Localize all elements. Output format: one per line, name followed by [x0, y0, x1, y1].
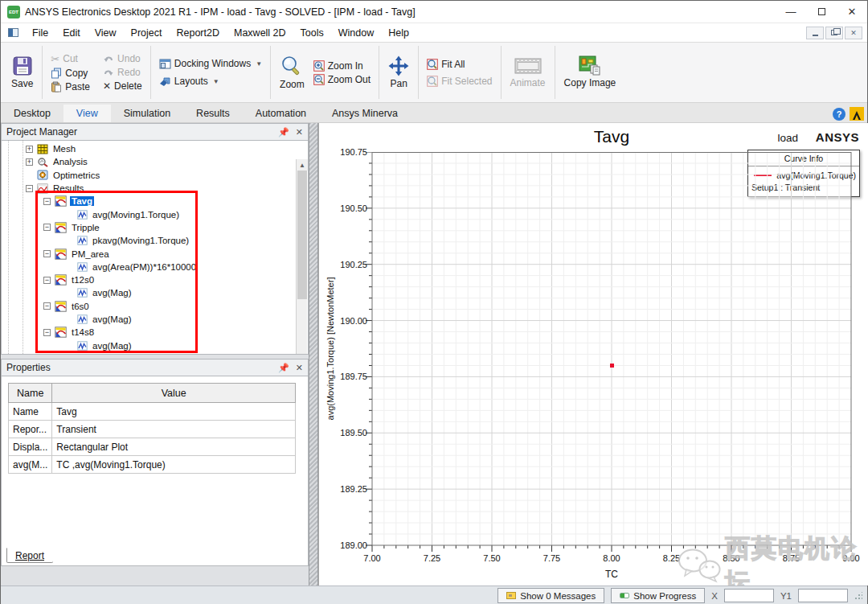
ansys-logo-icon[interactable]	[850, 107, 864, 121]
zoom-icon	[280, 55, 303, 77]
tree-item-mesh[interactable]: +Mesh	[2, 142, 295, 155]
tree-item-tavg[interactable]: −Tavg	[2, 195, 295, 207]
tree-item-avg-moving1-torque-[interactable]: avg(Moving1.Torque)	[2, 207, 295, 220]
tree-item-pkavg-moving1-torque-[interactable]: pkavg(Moving1.Torque)	[2, 234, 295, 247]
copy-image-button[interactable]: Copy Image	[561, 55, 620, 89]
menu-item-help[interactable]: Help	[381, 25, 416, 41]
title-bar: EDT ANSYS Electronics Desktop 2021 R1 - …	[1, 1, 867, 23]
tree-item-t6s0[interactable]: −t6s0	[2, 300, 295, 313]
close-button[interactable]: ✕	[837, 1, 867, 23]
scrollbar-thumb[interactable]	[297, 171, 307, 299]
cut-button[interactable]: ✂Cut	[48, 52, 92, 66]
tree-item-label: avg(Mag)	[91, 288, 133, 298]
x-coordinate-label: X	[711, 591, 718, 601]
mdi-minimize-button[interactable]	[806, 27, 824, 39]
report-plot-window[interactable]: Tavg load ANSYS Curve Info avg(Moving1.T…	[318, 123, 868, 586]
menu-item-window[interactable]: Window	[331, 25, 381, 41]
x-tick-label: 7.75	[534, 553, 570, 563]
tree-item-avg-mag-[interactable]: avg(Mag)	[2, 286, 295, 299]
scroll-up-icon[interactable]: ▲	[297, 159, 308, 171]
tree-item-avg-area-pm-16-10000[interactable]: avg(Area(PM))*16*10000	[2, 261, 295, 273]
menu-item-project[interactable]: Project	[124, 25, 170, 41]
show-progress-button[interactable]: Show Progress	[611, 588, 705, 603]
tree-item-label: t6s0	[70, 302, 91, 311]
expand-icon[interactable]: +	[26, 146, 33, 153]
undo-button[interactable]: Undo	[100, 52, 145, 65]
fit-selected-button[interactable]: Fit Selected	[424, 75, 494, 88]
trace-icon	[77, 288, 88, 298]
tree-item-t14s8[interactable]: −t14s8	[2, 326, 295, 339]
report-tab[interactable]: Report	[6, 548, 53, 563]
property-value-cell[interactable]: Tavg	[52, 403, 296, 421]
delete-button[interactable]: ✕Delete	[100, 80, 145, 92]
docking-windows-button[interactable]: Docking Windows▼	[157, 57, 264, 70]
pin-icon[interactable]: 📌	[278, 363, 289, 373]
show-messages-button[interactable]: Show 0 Messages	[497, 588, 604, 603]
tree-item-results[interactable]: −Results	[2, 182, 295, 195]
menu-bar: FileEditViewProjectReport2DMaxwell 2DToo…	[1, 23, 867, 43]
close-icon[interactable]: ✕	[296, 363, 303, 373]
collapse-icon[interactable]: −	[43, 250, 51, 257]
menu-item-report2d[interactable]: Report2D	[169, 25, 227, 41]
save-button[interactable]: Save	[8, 55, 36, 89]
dock-splitter[interactable]	[309, 123, 318, 586]
menu-item-file[interactable]: File	[25, 25, 55, 41]
minimize-button[interactable]: —	[776, 1, 806, 23]
tab-simulation[interactable]: Simulation	[111, 105, 183, 122]
zoom-in-button[interactable]: Zoom In	[311, 60, 373, 72]
tree-item-optimetrics[interactable]: Optimetrics	[2, 169, 295, 182]
tree-item-label: pkavg(Moving1.Torque)	[91, 236, 190, 245]
y1-coordinate-field[interactable]	[798, 589, 848, 602]
pan-button[interactable]: Pan	[385, 55, 412, 89]
docking-windows-icon	[159, 59, 171, 69]
zoom-button[interactable]: Zoom	[276, 55, 308, 90]
close-icon[interactable]: ✕	[296, 127, 303, 138]
tab-desktop[interactable]: Desktop	[1, 105, 63, 122]
tree-item-tripple[interactable]: −Tripple	[2, 221, 295, 234]
animate-button[interactable]: Animate	[507, 56, 549, 88]
menu-item-edit[interactable]: Edit	[55, 25, 88, 41]
redo-button[interactable]: Redo	[100, 66, 145, 79]
collapse-icon[interactable]: −	[26, 185, 33, 192]
pin-icon[interactable]: 📌	[278, 127, 289, 138]
maximize-button[interactable]	[806, 1, 837, 23]
fit-all-button[interactable]: Fit All	[424, 58, 494, 71]
resize-grip[interactable]	[854, 592, 862, 600]
tree-item-analysis[interactable]: +Analysis	[2, 155, 295, 168]
tree-item-t12s0[interactable]: −t12s0	[2, 273, 295, 286]
menu-item-maxwell-2d[interactable]: Maxwell 2D	[227, 25, 293, 41]
tree-item-avg-mag-[interactable]: avg(Mag)	[2, 339, 295, 351]
tab-results[interactable]: Results	[183, 105, 243, 122]
collapse-icon[interactable]: −	[43, 302, 51, 310]
expand-icon[interactable]: +	[26, 158, 33, 166]
menu-item-view[interactable]: View	[88, 25, 124, 41]
toolbar: Save ✂Cut Copy Paste Undo Redo	[1, 43, 867, 103]
tree-item-pm-area[interactable]: −PM_area	[2, 247, 295, 260]
property-value-cell[interactable]: TC ,avg(Moving1.Torque)	[52, 456, 296, 474]
mdi-restore-button[interactable]	[825, 27, 843, 39]
layouts-button[interactable]: Layouts▼	[157, 75, 264, 88]
delete-icon: ✕	[103, 80, 111, 92]
help-icon[interactable]: ?	[833, 108, 845, 121]
property-value-cell[interactable]: Transient	[52, 421, 296, 438]
tab-automation[interactable]: Automation	[243, 105, 319, 122]
copy-button[interactable]: Copy	[48, 67, 92, 80]
collapse-icon[interactable]: −	[43, 277, 51, 284]
x-coordinate-field[interactable]	[724, 589, 774, 602]
tree-scrollbar[interactable]: ▲ ▼	[296, 159, 307, 355]
collapse-icon[interactable]: −	[43, 329, 51, 336]
mesh-icon	[37, 144, 48, 154]
tab-view[interactable]: View	[63, 105, 111, 122]
column-header-value: Value	[52, 384, 296, 403]
mdi-close-button[interactable]: ✕	[845, 27, 862, 39]
property-value-cell[interactable]: Rectangular Plot	[52, 438, 296, 456]
paste-button[interactable]: Paste	[48, 80, 92, 93]
collapse-icon[interactable]: −	[43, 198, 51, 205]
tab-ansys-minerva[interactable]: Ansys Minerva	[319, 105, 411, 122]
menu-item-tools[interactable]: Tools	[293, 25, 331, 41]
y-tick-label: 189.75	[334, 372, 367, 381]
tree-item-avg-mag-[interactable]: avg(Mag)	[2, 313, 295, 326]
collapse-icon[interactable]: −	[43, 224, 51, 231]
zoom-out-button[interactable]: Zoom Out	[311, 73, 373, 86]
mdi-document-icon[interactable]	[8, 28, 18, 37]
